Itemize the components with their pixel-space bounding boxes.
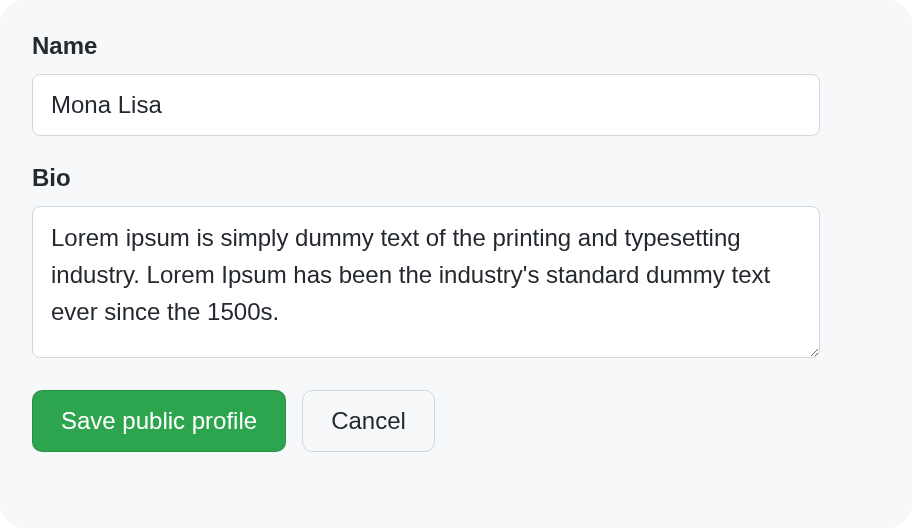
bio-label: Bio — [32, 164, 880, 192]
cancel-button[interactable]: Cancel — [302, 390, 435, 452]
name-input[interactable] — [32, 74, 820, 136]
save-button[interactable]: Save public profile — [32, 390, 286, 452]
bio-textarea[interactable] — [32, 206, 820, 358]
name-group: Name — [32, 32, 880, 136]
bio-group: Bio — [32, 164, 880, 358]
button-row: Save public profile Cancel — [32, 390, 880, 452]
name-label: Name — [32, 32, 880, 60]
profile-form-panel: Name Bio Save public profile Cancel — [0, 0, 912, 528]
